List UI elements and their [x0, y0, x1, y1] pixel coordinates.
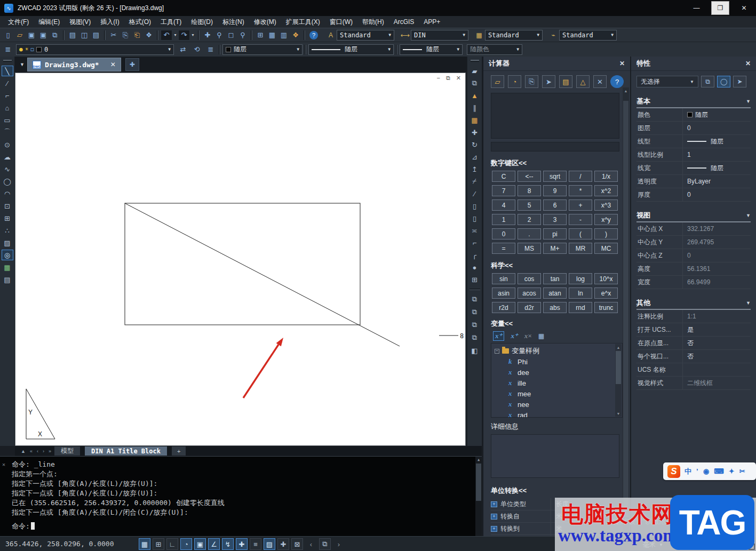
calc-key[interactable]: <--: [518, 171, 541, 182]
cut-icon[interactable]: ✂: [108, 30, 120, 41]
section-other[interactable]: 其他▼: [636, 297, 751, 310]
chinese-mode-icon[interactable]: 中: [685, 467, 691, 476]
variable-row[interactable]: x ille: [495, 378, 615, 388]
sogou-logo-icon[interactable]: S: [667, 465, 680, 478]
donut-icon[interactable]: ◎: [2, 250, 13, 260]
punctuation-icon[interactable]: ’: [696, 467, 698, 475]
calc-key[interactable]: 7: [492, 185, 515, 196]
property-value[interactable]: 随层: [711, 137, 723, 146]
close-calculator-icon[interactable]: ✕: [619, 60, 625, 67]
property-value[interactable]: 随层: [695, 110, 708, 119]
variable-row[interactable]: x nee: [495, 399, 615, 410]
variables-section-label[interactable]: 变量<<: [491, 319, 630, 329]
multi-doc-icon[interactable]: ⧉: [49, 30, 61, 41]
plot-preview-icon[interactable]: ◫: [78, 30, 90, 41]
rectangle-icon[interactable]: ▭: [2, 115, 13, 125]
calc-sci-key[interactable]: r2d: [492, 302, 515, 313]
property-value[interactable]: 1: [687, 151, 691, 158]
polyline-icon[interactable]: ⌐: [2, 90, 13, 101]
save-as-icon[interactable]: ▣: [37, 30, 49, 41]
layer-properties-icon[interactable]: ≣: [2, 44, 14, 55]
undo-icon[interactable]: ↶: [161, 30, 172, 41]
collapse-icon[interactable]: ▼: [746, 300, 751, 306]
new-icon[interactable]: ▯: [2, 30, 14, 41]
style-select[interactable]: Standard▼: [559, 30, 617, 41]
paste-to-command-icon[interactable]: ⎘: [525, 75, 538, 88]
text-style-combo[interactable]: A Standard▼: [325, 30, 394, 41]
calc-sci-key[interactable]: tan: [543, 273, 567, 284]
calc-sci-key[interactable]: e^x: [594, 288, 618, 299]
calc-key[interactable]: x^3: [594, 199, 618, 211]
tab-model[interactable]: 模型: [54, 446, 80, 456]
menu-item[interactable]: 视图(V): [65, 16, 96, 28]
draworder-viewport-icon[interactable]: ◧: [469, 345, 481, 356]
zoom-window-icon[interactable]: ◻: [225, 30, 237, 41]
calc-sci-key[interactable]: trunc: [594, 302, 618, 313]
mirror-icon[interactable]: ▲: [469, 90, 481, 101]
calc-key[interactable]: C: [492, 171, 515, 182]
property-value[interactable]: ByLayer: [687, 178, 711, 185]
toggle-value-icon[interactable]: ⧉: [701, 76, 714, 87]
calc-sci-key[interactable]: sin: [492, 273, 515, 284]
soft-keyboard-icon[interactable]: ⌨: [714, 467, 724, 475]
table-style-combo[interactable]: ▦ Standard▼: [473, 30, 543, 41]
layer-states-icon[interactable]: ⇄: [177, 44, 189, 55]
toolbar-drag-handle[interactable]: [3, 60, 12, 62]
calc-sci-key[interactable]: acos: [518, 288, 541, 299]
return-to-input-icon[interactable]: ▦: [538, 332, 544, 340]
property-value[interactable]: 二维线框: [687, 379, 713, 388]
section-view[interactable]: 视图▼: [636, 210, 751, 222]
command-line-panel[interactable]: ✕ 命令: _line指定第一个点:指定下一点或 [角度(A)/长度(L)/放弃…: [0, 456, 482, 536]
drawing-canvas[interactable]: − ⧉ ✕ 8 Y X: [15, 73, 466, 446]
layer-freeze-icon[interactable]: ☀: [25, 46, 29, 53]
calc-sci-key[interactable]: cos: [518, 273, 541, 284]
object-snap-tracking-icon[interactable]: ∠: [208, 538, 220, 550]
calc-key[interactable]: 0: [492, 228, 515, 239]
offset-icon[interactable]: ∥: [469, 102, 481, 113]
variables-root-row[interactable]: − 变量样例: [495, 346, 615, 356]
redo-icon[interactable]: ↷: [178, 30, 190, 41]
calc-key[interactable]: ): [594, 228, 618, 239]
measure-angle-icon[interactable]: △: [576, 75, 590, 88]
calc-sci-key[interactable]: abs: [543, 302, 567, 313]
menu-item[interactable]: 编辑(E): [34, 16, 65, 28]
calc-key[interactable]: (: [569, 228, 592, 239]
ellipse-arc-icon[interactable]: ◠: [2, 188, 13, 199]
property-value[interactable]: 否: [687, 339, 694, 348]
calc-key[interactable]: 4: [492, 199, 515, 211]
circle-icon[interactable]: ⊙: [2, 139, 13, 150]
document-tab[interactable]: DWG Drawing3.dwg* ✕: [27, 58, 121, 71]
variable-row[interactable]: x rad: [495, 410, 615, 418]
calc-key[interactable]: x^2: [594, 185, 618, 196]
send-under-objects-icon[interactable]: ⧉: [469, 332, 481, 343]
expand-icon[interactable]: +: [491, 526, 497, 532]
transparency-icon[interactable]: ▨: [264, 538, 275, 550]
break-icon[interactable]: ▯: [469, 201, 481, 211]
calc-sci-key[interactable]: atan: [543, 288, 567, 299]
quickcalc-icon[interactable]: ⊞: [254, 30, 266, 41]
toolbar-drag-handle[interactable]: [471, 60, 479, 62]
calc-key[interactable]: 5: [518, 199, 541, 211]
break-at-point-icon[interactable]: ▯: [469, 213, 481, 223]
purge-icon[interactable]: ❖: [290, 30, 301, 41]
calc-key[interactable]: +: [569, 199, 592, 211]
get-coordinates-icon[interactable]: ➤: [542, 75, 555, 88]
revision-cloud-icon[interactable]: ☁: [2, 151, 13, 162]
save-icon[interactable]: ▣: [26, 30, 37, 41]
scrollbar-thumb[interactable]: [476, 464, 481, 501]
scroll-up-icon[interactable]: ▲: [623, 87, 629, 94]
mtext-icon[interactable]: ▤: [2, 274, 13, 285]
menu-item[interactable]: 插入(I): [96, 16, 124, 28]
calc-key[interactable]: 1/x: [594, 171, 618, 182]
calculator-scrollbar[interactable]: ▲: [623, 87, 629, 534]
scroll-down-icon[interactable]: ▼: [615, 410, 622, 417]
layer-select[interactable]: ● ☀ ◻ 0 ▼: [16, 44, 174, 55]
canvas-restore-icon[interactable]: ⧉: [446, 75, 450, 82]
expand-icon[interactable]: +: [491, 501, 497, 507]
undo-dropdown-icon[interactable]: ▾: [172, 30, 178, 41]
calc-key[interactable]: MR: [569, 243, 592, 254]
help-icon[interactable]: ?: [610, 75, 624, 88]
style-select[interactable]: Standard▼: [485, 30, 543, 41]
bring-to-front-icon[interactable]: ⧉: [469, 294, 481, 305]
calc-key[interactable]: MS: [518, 243, 541, 254]
